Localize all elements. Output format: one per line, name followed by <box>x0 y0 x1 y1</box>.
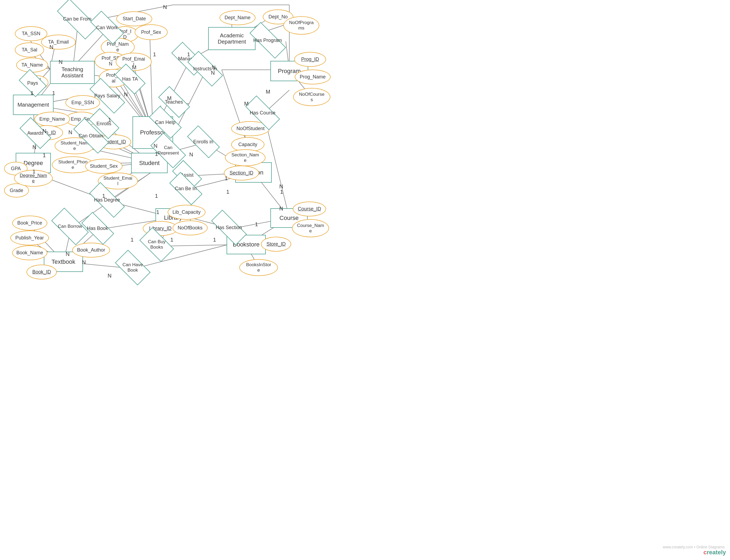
mult-n5: N <box>68 129 72 136</box>
rel-has-book: Has Book <box>81 212 114 245</box>
mult-n1: N <box>50 44 53 50</box>
attr-noofbooks: NoOfBooks <box>173 220 208 235</box>
attr-book-price: Book_Price <box>12 216 47 230</box>
mult-n-lib: N <box>279 206 283 212</box>
attr-book-author: Book_Author <box>72 243 110 258</box>
mult-m4: M <box>266 89 270 95</box>
attr-student-sex: Student_Sex <box>85 159 123 174</box>
attr-lib-capacity: Lib_Capacity <box>168 205 206 220</box>
attr-prof-sex: Prof_Sex <box>135 24 168 40</box>
mult-1g: 1 <box>32 169 35 175</box>
mult-1b: 1 <box>52 90 55 96</box>
mult-1q: 1 <box>226 189 229 195</box>
mult-1m: 1 <box>213 237 216 243</box>
mult-1f: 1 <box>43 152 46 159</box>
mult-m3: M <box>244 101 249 107</box>
mult-1d: 1 <box>187 51 190 58</box>
mult-n12: N <box>163 4 167 10</box>
attr-section-name: Section_Name <box>225 149 266 166</box>
mult-n7: N <box>42 128 46 134</box>
attr-book-id: Book_ID <box>27 265 57 279</box>
mult-1r: 1 <box>280 189 283 195</box>
attr-emp-name: Emp_Name <box>34 112 70 127</box>
mult-m1: M <box>132 64 137 71</box>
attr-course-name: Course_Name <box>292 219 329 237</box>
attr-booksinstore: BooksInStore <box>239 259 278 276</box>
mult-n2: N <box>59 59 62 65</box>
mult-n-section-prog: N <box>211 70 215 76</box>
attr-dept-name: Dept_Name <box>220 10 256 25</box>
attr-noofcourses: NoOfCourses <box>293 88 331 106</box>
rel-can-borrow: Can Borrow <box>51 208 89 245</box>
mult-1p: 1 <box>225 175 228 182</box>
rel-has-program: Has Program <box>250 22 286 58</box>
attr-ta-email: TA_Email <box>41 35 76 50</box>
attr-noofprograms: NoOfPrograms <box>283 16 319 35</box>
mult-1n: 1 <box>255 221 258 228</box>
mult-1c: 1 <box>153 51 156 58</box>
attr-start-date: Start_Date <box>116 11 152 26</box>
mult-1i: 1 <box>155 193 158 199</box>
mult-n10: N <box>108 273 111 279</box>
entity-teaching-assistant: Teaching Assistant <box>50 61 95 84</box>
attr-ta-sal: TA_Sal <box>15 42 44 57</box>
creately-logo: creately <box>703 549 726 556</box>
attr-publish-year: Publish_Year <box>10 230 49 245</box>
attr-ta-name: TA_Name <box>16 58 48 73</box>
attr-course-id: Course_ID <box>293 202 326 216</box>
mult-n-enrollsin: N <box>189 151 193 158</box>
mult-1l: 1 <box>170 237 173 243</box>
mult-n6: N <box>32 144 36 150</box>
entity-academic-department: AcademicDepartment <box>208 27 256 50</box>
mult-1e: 1 <box>108 117 111 123</box>
rel-can-be-from: Can be From <box>57 0 98 39</box>
mult-1o: 1 <box>155 151 158 157</box>
watermark-url: www.creately.com • Online Diagrams <box>663 545 725 549</box>
mult-n14: N <box>154 143 157 149</box>
mult-n3: N <box>124 91 128 98</box>
mult-n9: N <box>82 259 86 265</box>
mult-1k: 1 <box>131 237 134 243</box>
mult-1h: 1 <box>102 193 105 199</box>
mult-n8: N <box>66 251 70 257</box>
mult-1j: 1 <box>156 209 159 215</box>
attr-store-id: Store_ID <box>261 237 291 252</box>
rel-can-have-book: Can HaveBook <box>115 250 151 285</box>
attr-section-id: Section_ID <box>224 166 259 180</box>
mult-m2: M <box>167 95 172 101</box>
attr-book-name: Book_Name <box>12 245 47 260</box>
attr-prog-name: Prog_Name <box>295 70 331 84</box>
attr-prog-id: Prog_ID <box>294 52 326 67</box>
mult-1a: 1 <box>31 90 34 96</box>
